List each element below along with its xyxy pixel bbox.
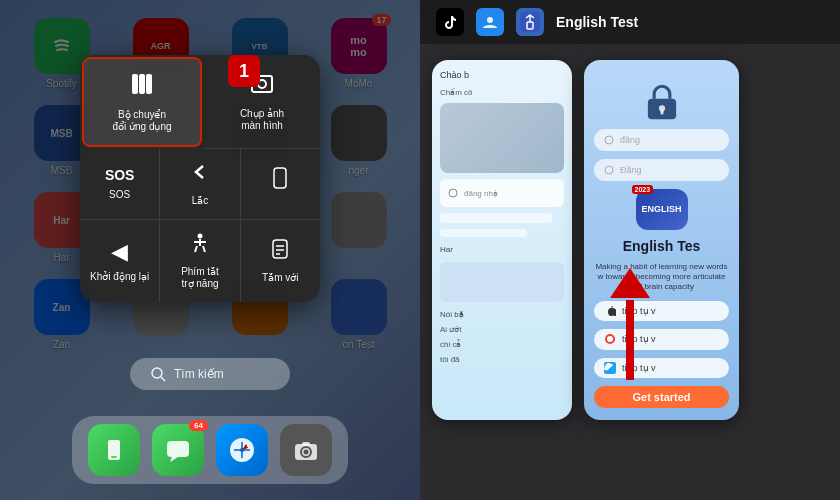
- menu-app-switcher[interactable]: Bộ chuyểnđổi ứng dụng: [82, 57, 202, 147]
- svg-rect-18: [111, 456, 117, 458]
- carecam-text2: [440, 229, 527, 237]
- svg-rect-30: [440, 12, 460, 32]
- carecam-chi: chi cả: [440, 340, 564, 349]
- search-label: Tìm kiếm: [174, 367, 224, 381]
- carecam-bar1: đăng nhậ: [440, 179, 564, 207]
- carecam-image: [440, 103, 564, 173]
- dock-phone[interactable]: [88, 424, 140, 476]
- carecam-text1: [440, 213, 552, 223]
- svg-point-7: [197, 234, 202, 239]
- svg-point-39: [605, 136, 613, 144]
- svg-line-17: [161, 377, 165, 381]
- english-input1-label: đăng: [620, 135, 640, 145]
- carecam-card[interactable]: Chào b Chấm cô đăng nhậ Har Nói bặ Ai ướ…: [432, 60, 572, 420]
- carecam-dang-label: đăng nhậ: [464, 189, 498, 198]
- svg-line-11: [203, 246, 205, 252]
- english-card[interactable]: đăng Đăng 2023 ENGLISH English Tes Makin…: [584, 60, 739, 420]
- sos-icon: SOS: [105, 167, 135, 183]
- english-input-2[interactable]: Đăng: [594, 159, 729, 181]
- number-1-badge: 1: [228, 55, 260, 87]
- carecam-ai: Ai ướt: [440, 325, 564, 334]
- phone-shape-icon: [269, 167, 291, 195]
- red-arrow: [610, 270, 650, 380]
- arrow-shaft: [626, 300, 634, 380]
- menu-restart[interactable]: ◀ Khởi động lại: [80, 220, 160, 302]
- menu-lac[interactable]: Lắc: [160, 149, 240, 220]
- dock-safari[interactable]: [216, 424, 268, 476]
- english-input2-label: Đăng: [620, 165, 642, 175]
- svg-rect-2: [139, 74, 145, 94]
- menu-restart-label: Khởi động lại: [90, 271, 149, 283]
- back-arrow-icon: [189, 161, 211, 189]
- dock-messages[interactable]: 64: [152, 424, 204, 476]
- arrow-head: [610, 268, 650, 298]
- carecam-toi: tôi đã: [440, 355, 564, 364]
- menu-tamvoi[interactable]: Tắm với: [241, 220, 320, 302]
- svg-point-32: [487, 17, 493, 23]
- get-started-button[interactable]: Get started: [594, 386, 729, 408]
- menu-phone-shape[interactable]: [241, 149, 320, 220]
- get-started-label: Get started: [632, 391, 690, 403]
- svg-rect-3: [146, 74, 152, 94]
- search-bar[interactable]: Tìm kiếm: [130, 358, 290, 390]
- svg-rect-29: [302, 442, 310, 446]
- svg-point-16: [152, 368, 162, 378]
- accessibility-icon: [189, 232, 211, 260]
- header-title: English Test: [556, 14, 638, 30]
- search-icon: [150, 366, 166, 382]
- english-new-badge: 2023: [632, 185, 654, 194]
- app-switcher-icon: [129, 71, 155, 103]
- menu-app-switcher-label: Bộ chuyểnđổi ứng dụng: [112, 109, 171, 133]
- svg-rect-19: [167, 441, 189, 457]
- carecam-noi-bat: Nói bặ: [440, 310, 564, 319]
- carecam-chao: Chào b: [440, 68, 564, 82]
- header-tiktok-icon[interactable]: [436, 8, 464, 36]
- english-app-logo: 2023 ENGLISH: [636, 189, 688, 230]
- svg-rect-1: [132, 74, 138, 94]
- carecam-har: Har: [440, 245, 564, 254]
- restart-icon: ◀: [111, 239, 128, 265]
- svg-rect-6: [274, 168, 286, 188]
- dock-camera[interactable]: [280, 424, 332, 476]
- right-panel: English Test Chào b Chấm cô đăng nhậ Har…: [420, 0, 840, 500]
- menu-accessibility-label: Phím tắttrợ năng: [181, 266, 219, 290]
- english-app-label: ENGLISH: [641, 204, 681, 214]
- carecam-cham: Chấm cô: [440, 88, 564, 97]
- lock-icon: [640, 80, 684, 121]
- header-english-test-icon[interactable]: [516, 8, 544, 36]
- svg-marker-20: [170, 457, 178, 462]
- dock: 64: [72, 416, 348, 484]
- menu-screenshot-label: Chụp ảnhmàn hình: [240, 108, 284, 132]
- svg-point-40: [605, 166, 613, 174]
- svg-rect-12: [273, 240, 287, 258]
- menu-sos[interactable]: SOS SOS: [80, 149, 160, 220]
- menu-accessibility[interactable]: Phím tắttrợ năng: [160, 220, 240, 302]
- carecam-card-bottom: [440, 262, 564, 302]
- left-panel: Spotify AGR Agribank VTB VietinBank iPay…: [0, 0, 420, 500]
- svg-line-10: [195, 246, 197, 252]
- context-menu: Bộ chuyểnđổi ứng dụng Chụp ảnhmàn hình S…: [80, 55, 320, 302]
- tamvoi-icon: [269, 238, 291, 266]
- svg-point-35: [449, 189, 457, 197]
- svg-point-28: [304, 450, 309, 455]
- english-card-title: English Tes: [623, 238, 701, 254]
- menu-tamvoi-label: Tắm với: [262, 272, 298, 284]
- switcher-header: English Test: [420, 0, 840, 44]
- menu-screenshot[interactable]: Chụp ảnhmàn hình: [204, 55, 320, 149]
- menu-sos-label: SOS: [109, 189, 130, 201]
- messages-badge: 64: [189, 420, 208, 431]
- english-input-1[interactable]: đăng: [594, 129, 729, 151]
- header-carecam-icon[interactable]: [476, 8, 504, 36]
- svg-rect-38: [660, 110, 663, 115]
- menu-lac-label: Lắc: [192, 195, 209, 207]
